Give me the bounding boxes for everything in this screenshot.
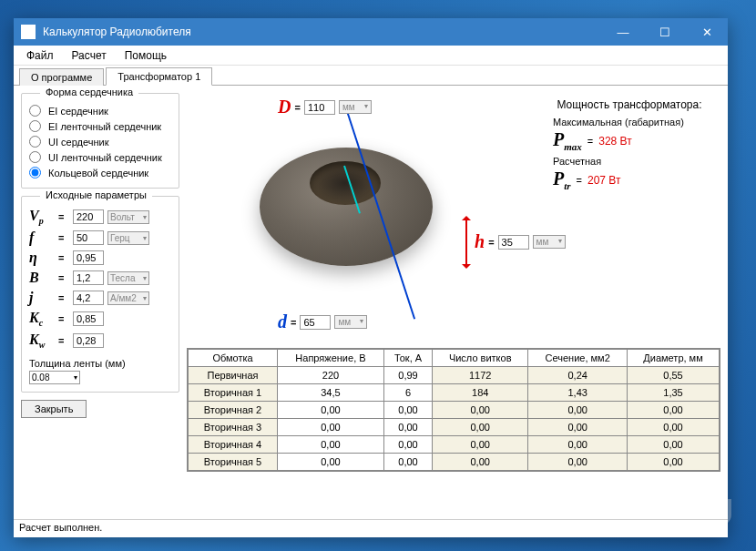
unit-vp[interactable]: Вольт xyxy=(107,210,149,224)
unit-D[interactable]: мм xyxy=(339,100,372,114)
table-cell[interactable]: 0,00 xyxy=(278,436,384,454)
radio-ring[interactable]: Кольцевой сердечник xyxy=(29,165,171,180)
table-cell: 0,00 xyxy=(628,454,720,471)
dim-D: D= мм xyxy=(278,97,372,117)
table-header: Число витков xyxy=(433,350,528,367)
table-cell: 0,00 xyxy=(528,419,628,436)
table-row: Вторичная 20,000,000,000,000,00 xyxy=(189,402,720,419)
table-cell[interactable]: 0,00 xyxy=(383,436,432,454)
input-D[interactable] xyxy=(304,100,335,115)
table-cell: 0,00 xyxy=(628,419,720,436)
table-cell: 0,00 xyxy=(433,454,528,471)
tab-about[interactable]: О программе xyxy=(19,68,104,86)
menu-help[interactable]: Помощь xyxy=(116,46,176,65)
unit-b[interactable]: Тесла xyxy=(107,271,149,285)
table-cell[interactable]: 34,5 xyxy=(278,384,384,402)
table-cell: Первичная xyxy=(189,367,278,384)
unit-d[interactable]: мм xyxy=(334,315,367,329)
titlebar: Калькулятор Радиолюбителя — ☐ ✕ xyxy=(14,18,728,46)
input-b[interactable] xyxy=(73,270,104,285)
table-cell: 0,24 xyxy=(528,367,628,384)
table-cell: 0,00 xyxy=(433,402,528,419)
table-cell[interactable]: 0,00 xyxy=(383,402,432,419)
table-cell[interactable]: 0,00 xyxy=(278,402,384,419)
input-j[interactable] xyxy=(73,291,104,305)
dim-h: h= мм xyxy=(475,231,566,252)
tape-select[interactable]: 0.08 xyxy=(29,371,80,384)
power-box: Мощность трансформатора: Максимальная (г… xyxy=(538,93,720,197)
status-bar: Расчет выполнен. xyxy=(14,519,728,537)
menu-calc[interactable]: Расчет xyxy=(63,46,116,65)
input-kc[interactable] xyxy=(73,311,104,326)
table-cell[interactable]: 0,00 xyxy=(278,419,384,436)
radio-ui[interactable]: UI сердечник xyxy=(29,134,171,149)
table-cell: Вторичная 5 xyxy=(189,454,278,471)
sym-pmax: Pmax xyxy=(553,129,582,152)
input-vp[interactable] xyxy=(73,209,104,224)
table-cell[interactable]: 0,00 xyxy=(383,419,432,436)
table-cell: 0,00 xyxy=(628,436,720,454)
power-calc-label: Расчетная xyxy=(553,156,715,167)
table-cell: 0,00 xyxy=(433,419,528,436)
radio-ei-tape[interactable]: EI ленточный сердечник xyxy=(29,118,171,134)
sym-kw: Kw xyxy=(29,332,55,350)
sym-kc: Kc xyxy=(29,310,55,328)
power-max-label: Максимальная (габаритная) xyxy=(553,117,715,128)
power-title: Мощность трансформатора: xyxy=(544,98,715,111)
input-f[interactable] xyxy=(73,230,104,245)
app-window: Калькулятор Радиолюбителя — ☐ ✕ Файл Рас… xyxy=(14,18,728,537)
table-cell[interactable]: 0,00 xyxy=(383,454,432,471)
val-ptr: 207 Вт xyxy=(587,174,620,187)
core-shape-group: Форма сердечника EI сердечник EI ленточн… xyxy=(21,93,179,189)
table-row: Вторичная 30,000,000,000,000,00 xyxy=(189,419,720,436)
table-cell[interactable]: 220 xyxy=(278,367,384,384)
input-h[interactable] xyxy=(498,235,529,250)
dim-d: d= мм xyxy=(278,311,367,332)
sym-b: B xyxy=(29,270,55,286)
menu-file[interactable]: Файл xyxy=(17,46,63,65)
core-shape-title: Форма сердечника xyxy=(40,87,138,97)
table-header: Диаметр, мм xyxy=(628,350,720,367)
table-cell: 1,35 xyxy=(628,384,720,402)
input-eta[interactable] xyxy=(73,250,104,265)
sym-eta: η xyxy=(29,250,55,266)
height-arrow-icon xyxy=(465,220,467,264)
table-cell: Вторичная 1 xyxy=(189,384,278,402)
table-cell: 1,43 xyxy=(528,384,628,402)
tape-label: Толщина ленты (мм) xyxy=(29,358,171,369)
table-header: Сечение, мм2 xyxy=(528,350,628,367)
table-header: Обмотка xyxy=(189,350,278,367)
sym-f: f xyxy=(29,230,55,246)
val-pmax: 328 Вт xyxy=(598,135,631,148)
input-kw[interactable] xyxy=(73,333,104,348)
unit-j[interactable]: А/мм2 xyxy=(107,291,149,305)
radio-ui-tape[interactable]: UI ленточный сердечник xyxy=(29,149,171,165)
table-row: Первичная2200,9911720,240,55 xyxy=(189,367,720,384)
table-header: Ток, А xyxy=(383,350,432,367)
tab-transformer-1[interactable]: Трансформатор 1 xyxy=(106,67,212,86)
table-cell: 184 xyxy=(433,384,528,402)
table-cell[interactable]: 0,99 xyxy=(383,367,432,384)
params-group: Исходные параметры Vp = Вольт f = Герц η… xyxy=(21,196,179,393)
table-header: Напряжение, В xyxy=(278,350,384,367)
sym-j: j xyxy=(29,290,55,306)
close-button[interactable]: ✕ xyxy=(686,18,728,46)
table-cell: Вторичная 3 xyxy=(189,419,278,436)
table-cell: Вторичная 2 xyxy=(189,402,278,419)
table-cell: 0,55 xyxy=(628,367,720,384)
table-cell[interactable]: 6 xyxy=(383,384,432,402)
sym-ptr: Ptr xyxy=(553,168,571,191)
maximize-button[interactable]: ☐ xyxy=(644,18,686,46)
table-cell: Вторичная 4 xyxy=(189,436,278,454)
close-form-button[interactable]: Закрыть xyxy=(21,400,87,418)
table-cell: 0,00 xyxy=(528,402,628,419)
table-row: Вторичная 134,561841,431,35 xyxy=(189,384,720,402)
unit-f[interactable]: Герц xyxy=(107,231,149,245)
menubar: Файл Расчет Помощь xyxy=(14,46,728,66)
minimize-button[interactable]: — xyxy=(602,18,644,46)
sym-vp: Vp xyxy=(29,208,55,226)
radio-ei[interactable]: EI сердечник xyxy=(29,103,171,118)
unit-h[interactable]: мм xyxy=(533,235,566,249)
input-d[interactable] xyxy=(300,315,331,330)
table-cell[interactable]: 0,00 xyxy=(278,454,384,471)
